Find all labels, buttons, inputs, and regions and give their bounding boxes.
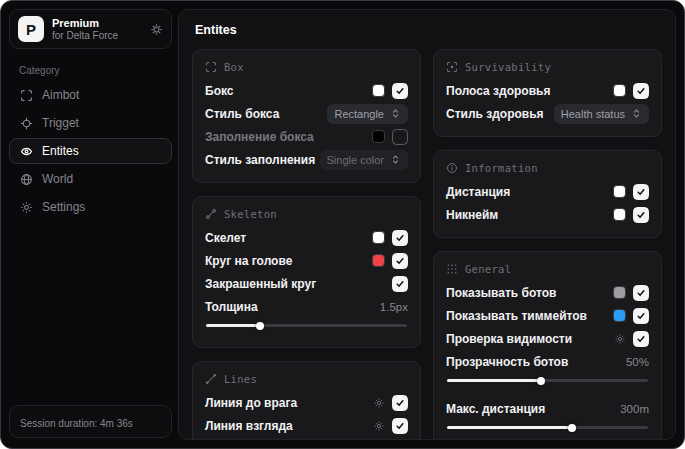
setting-row: Дистанция bbox=[446, 180, 649, 203]
sidebar-item-trigget[interactable]: Trigget bbox=[9, 110, 172, 136]
section-lines: Lines Линия до врага Линия взгляда bbox=[192, 361, 421, 440]
gear-icon[interactable] bbox=[373, 397, 385, 409]
unfold-icon bbox=[631, 108, 642, 119]
slider-value: 300m bbox=[620, 403, 649, 415]
section-header: General bbox=[465, 263, 511, 275]
checkbox[interactable] bbox=[392, 129, 408, 145]
checkbox[interactable] bbox=[392, 253, 408, 269]
row-label: Проверка видимости bbox=[446, 332, 572, 346]
slider-thumb[interactable] bbox=[537, 377, 545, 385]
unfold-icon bbox=[390, 108, 401, 119]
setting-row: Скелет bbox=[205, 226, 408, 249]
setting-row: Стиль заполнения Single color bbox=[205, 148, 408, 171]
gear-icon[interactable] bbox=[614, 333, 626, 345]
focus-dot-icon bbox=[446, 61, 458, 73]
slider-value: 50% bbox=[626, 356, 649, 368]
slider-thumb[interactable] bbox=[256, 322, 264, 330]
color-swatch[interactable] bbox=[613, 208, 626, 221]
row-label: Стиль заполнения bbox=[205, 153, 315, 167]
checkbox[interactable] bbox=[633, 83, 649, 99]
row-label: Круг на голове bbox=[205, 254, 292, 268]
main-panel: Entites Box Бокс bbox=[178, 9, 676, 440]
gear-icon[interactable] bbox=[373, 420, 385, 432]
sidebar-item-settings[interactable]: Settings bbox=[9, 194, 172, 220]
app-window: P Premium for Delta Force Category Aimbo… bbox=[0, 0, 685, 449]
color-swatch[interactable] bbox=[372, 231, 385, 244]
setting-row: Заполнение бокса bbox=[205, 125, 408, 148]
row-label: Показывать ботов bbox=[446, 286, 556, 300]
gear-icon[interactable] bbox=[150, 23, 163, 36]
thickness-slider[interactable] bbox=[206, 321, 407, 330]
bone-icon bbox=[205, 208, 217, 220]
checkbox[interactable] bbox=[633, 285, 649, 301]
row-label: Бокс bbox=[205, 84, 233, 98]
session-duration-text: Session duration: 4m 36s bbox=[20, 418, 133, 429]
checkbox[interactable] bbox=[392, 83, 408, 99]
section-general: General Показывать ботов Показывать тимм… bbox=[433, 251, 662, 440]
sidebar-item-aimbot[interactable]: Aimbot bbox=[9, 82, 172, 108]
color-swatch[interactable] bbox=[372, 84, 385, 97]
eye-scan-icon bbox=[20, 145, 33, 158]
info-icon bbox=[446, 162, 458, 174]
sidebar-item-label: Aimbot bbox=[42, 88, 79, 102]
setting-row: Стиль бокса Rectangle bbox=[205, 102, 408, 125]
slider-thumb[interactable] bbox=[568, 424, 576, 432]
setting-row: Показывать тиммейтов bbox=[446, 304, 649, 327]
row-label: Заполнение бокса bbox=[205, 130, 314, 144]
row-label: Никнейм bbox=[446, 208, 498, 222]
setting-row: Показывать ботов bbox=[446, 281, 649, 304]
sidebar-item-world[interactable]: World bbox=[9, 166, 172, 192]
category-label: Category bbox=[19, 65, 172, 76]
setting-row: Бокс bbox=[205, 79, 408, 102]
brand-subtitle: for Delta Force bbox=[52, 30, 142, 42]
crosshair-corners-icon bbox=[20, 89, 33, 102]
color-swatch[interactable] bbox=[613, 309, 626, 322]
sidebar: P Premium for Delta Force Category Aimbo… bbox=[9, 9, 172, 440]
select-value: Single color bbox=[327, 154, 384, 166]
setting-row: Закрашенный круг bbox=[205, 272, 408, 295]
health-style-select[interactable]: Health status bbox=[554, 104, 649, 124]
slider-value: 1.5px bbox=[380, 301, 408, 313]
checkbox[interactable] bbox=[392, 395, 408, 411]
color-swatch[interactable] bbox=[613, 185, 626, 198]
unfold-icon bbox=[390, 154, 401, 165]
checkbox[interactable] bbox=[633, 331, 649, 347]
section-box: Box Бокс Стиль бокса Rectangle bbox=[192, 49, 421, 183]
row-label: Линия взгляда bbox=[205, 419, 293, 433]
row-label: Стиль бокса bbox=[205, 107, 279, 121]
sidebar-item-entites[interactable]: Entites bbox=[9, 138, 172, 164]
setting-row: Линия до врага bbox=[205, 391, 408, 414]
row-label: Толщина bbox=[205, 300, 258, 314]
max-distance-slider[interactable] bbox=[447, 423, 648, 432]
checkbox[interactable] bbox=[392, 418, 408, 434]
box-style-select[interactable]: Rectangle bbox=[327, 104, 408, 124]
brand-card: P Premium for Delta Force bbox=[9, 9, 172, 49]
setting-row: Никнейм bbox=[446, 203, 649, 226]
row-label: Линия до врага bbox=[205, 396, 297, 410]
row-label: Показывать тиммейтов bbox=[446, 309, 587, 323]
color-swatch[interactable] bbox=[372, 130, 385, 143]
page-title: Entites bbox=[195, 23, 662, 37]
select-value: Rectangle bbox=[334, 108, 384, 120]
checkbox[interactable] bbox=[633, 207, 649, 223]
color-swatch[interactable] bbox=[613, 286, 626, 299]
sidebar-item-label: Entites bbox=[42, 144, 79, 158]
setting-row: Стиль здоровья Health status bbox=[446, 102, 649, 125]
fill-style-select[interactable]: Single color bbox=[320, 150, 408, 170]
section-survivability: Survivability Полоса здоровья Стиль здор… bbox=[433, 49, 662, 137]
setting-row: Круг на голове bbox=[205, 249, 408, 272]
checkbox[interactable] bbox=[392, 276, 408, 292]
checkbox[interactable] bbox=[392, 230, 408, 246]
session-duration-card: Session duration: 4m 36s bbox=[9, 405, 172, 438]
sidebar-item-label: Settings bbox=[42, 200, 85, 214]
setting-row: Макс. дистанция 300m bbox=[446, 397, 649, 420]
checkbox[interactable] bbox=[633, 308, 649, 324]
checkbox[interactable] bbox=[633, 184, 649, 200]
line-icon bbox=[205, 373, 217, 385]
setting-row: Линия взгляда bbox=[205, 414, 408, 437]
section-skeleton: Skeleton Скелет Круг на голове bbox=[192, 196, 421, 348]
color-swatch[interactable] bbox=[372, 254, 385, 267]
globe-icon bbox=[20, 173, 33, 186]
color-swatch[interactable] bbox=[613, 84, 626, 97]
bot-opacity-slider[interactable] bbox=[447, 376, 648, 385]
